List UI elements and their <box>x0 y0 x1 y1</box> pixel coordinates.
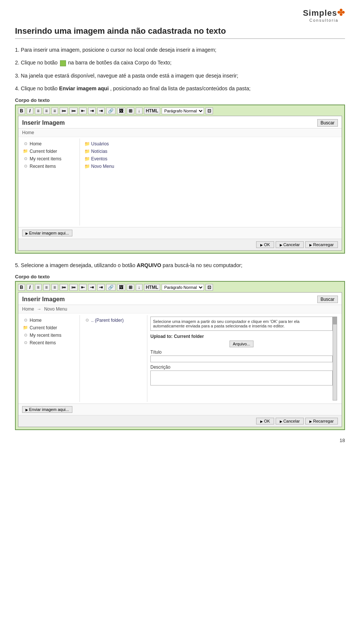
link-2[interactable]: 🔗 <box>106 284 116 291</box>
nav-current-2[interactable]: 📁 Current folder <box>20 324 80 332</box>
outdent-2[interactable]: ⇤ <box>79 284 87 291</box>
indent2-1[interactable]: ⇥ <box>97 108 105 114</box>
bold-btn-2[interactable]: B <box>18 284 25 291</box>
img-2[interactable]: 🖼 <box>117 284 125 291</box>
folder-icon-1: 📁 <box>23 149 28 154</box>
indent-2[interactable]: ⇥ <box>88 284 96 291</box>
html-label-1: HTML <box>144 108 160 114</box>
list-ul-2[interactable]: ≔ <box>69 284 78 291</box>
indent2-2[interactable]: ⇥ <box>97 284 105 291</box>
send-btn-2[interactable]: Enviar imagem aqui... <box>22 406 72 413</box>
nav-recent-1[interactable]: ⊙ My recent items <box>20 155 80 163</box>
folder-icon-2: 📁 <box>23 325 28 330</box>
folder-icon-eventos: 📁 <box>84 156 90 161</box>
expand-1[interactable]: ⊡ <box>206 108 213 114</box>
dialog-breadcrumb-1: Home <box>18 129 342 137</box>
titulo-input[interactable] <box>150 356 333 362</box>
nav-recent-items-2[interactable]: ⊙ Recent items <box>20 339 80 347</box>
html-label-2: HTML <box>144 284 160 291</box>
nav-recent-2[interactable]: ⊙ My recent items <box>20 332 80 339</box>
folder-icon-usuarios: 📁 <box>84 141 90 146</box>
dialog-actions-2: OK Cancelar Recarregar <box>18 415 342 427</box>
descricao-input[interactable] <box>150 371 333 386</box>
corpo-label-1: Corpo do texto <box>15 97 345 103</box>
align-left-1[interactable]: ≡ <box>35 108 42 114</box>
list-ul-1[interactable]: ≔ <box>69 108 78 114</box>
logo: Simples✤ Consultoria <box>303 7 345 22</box>
list-ol-1[interactable]: ≔ <box>60 108 68 114</box>
logo-sub: Consultoria <box>303 18 345 22</box>
image-button-placeholder <box>60 60 66 66</box>
recarregar-btn-1[interactable]: Recarregar <box>305 241 338 248</box>
list-ol-2[interactable]: ≔ <box>60 284 68 291</box>
align-right-2[interactable]: ≡ <box>51 284 58 291</box>
folder-noticias[interactable]: 📁 Notícias <box>83 148 337 155</box>
buscar-btn-2[interactable]: Buscar <box>317 296 338 303</box>
align-right-1[interactable]: ≡ <box>51 108 58 114</box>
left-panel-1: ⊙ Home 📁 Current folder ⊙ My recent item… <box>20 139 80 226</box>
style-select-1[interactable]: Parágrafo Normal <box>162 108 204 114</box>
table-2[interactable]: ⊞ <box>127 284 134 291</box>
folder-usuarios[interactable]: 📁 Usuários <box>83 140 337 148</box>
toolbar-2: B I ≡ ≡ ≡ ≔ ≔ ⇤ ⇥ ⇥ 🔗 🖼 ⊞ ↓ HTML Parágra… <box>18 284 342 291</box>
align-center-1[interactable]: ≡ <box>43 108 50 114</box>
parent-icon: ⊙ <box>84 318 90 323</box>
img-1[interactable]: 🖼 <box>117 108 125 114</box>
folder-novomenu[interactable]: 📁 Novo Menu <box>83 163 337 170</box>
toolbar-1: B I ≡ ≡ ≡ ≔ ≔ ⇤ ⇥ ⇥ 🔗 🖼 ⊞ ↓ HTML Parágra… <box>18 108 342 114</box>
info-text: Selecione uma imagem a partir do seu com… <box>150 317 333 331</box>
nav-home-2[interactable]: ⊙ Home <box>20 317 80 324</box>
nav-recent-items-1[interactable]: ⊙ Recent items <box>20 163 80 170</box>
step-5: 5. Selecione a imagem desejada, utilizan… <box>15 261 345 269</box>
logo-area: Simples✤ Consultoria <box>15 7 345 22</box>
align-center-2[interactable]: ≡ <box>43 284 50 291</box>
nav-current-1[interactable]: 📁 Current folder <box>20 148 80 155</box>
italic-btn-2[interactable]: I <box>27 284 33 291</box>
folder-icon-noticias: 📁 <box>84 149 90 154</box>
titulo-label: Título <box>150 350 333 355</box>
upload-label: Upload to: Current folder <box>150 334 333 339</box>
dialog-header-2: Inserir Imagem Buscar <box>18 293 342 305</box>
step-1: 1. Para inserir uma imagem, posicione o … <box>15 46 345 54</box>
page-title: Inserindo uma imagem ainda não cadastrad… <box>15 26 345 39</box>
right-panel-1: 📁 Usuários 📁 Notícias 📁 Eventos 📁 Novo M… <box>80 139 340 226</box>
step-3: 3. Na janela que estará disponível, nave… <box>15 72 345 80</box>
send-btn-1[interactable]: Enviar imagem aqui... <box>22 230 72 236</box>
italic-btn-1[interactable]: I <box>27 108 33 114</box>
down-1[interactable]: ↓ <box>136 108 142 114</box>
dialog-title-2: Inserir Imagem <box>22 296 65 303</box>
corpo-box-2: B I ≡ ≡ ≡ ≔ ≔ ⇤ ⇥ ⇥ 🔗 🖼 ⊞ ↓ HTML Parágra… <box>15 281 345 430</box>
buscar-btn-1[interactable]: Buscar <box>317 119 338 127</box>
bold-btn-1[interactable]: B <box>18 108 25 114</box>
step-2: 2. Clique no botão na barra de botões da… <box>15 58 345 67</box>
nav-home-1[interactable]: ⊙ Home <box>20 140 80 148</box>
scroll-thumb <box>333 317 337 324</box>
down-2[interactable]: ↓ <box>136 284 142 291</box>
insert-dialog-2: Inserir Imagem Buscar Home → Novo Menu ⊙… <box>18 292 342 427</box>
expand-2[interactable]: ⊡ <box>206 284 213 291</box>
corpo-box-1: B I ≡ ≡ ≡ ≔ ≔ ⇤ ⇥ ⇥ 🔗 🖼 ⊞ ↓ HTML Parágra… <box>15 105 345 254</box>
ok-btn-1[interactable]: OK <box>256 241 274 248</box>
home-icon-1: ⊙ <box>23 141 28 146</box>
step-4: 4. Clique no botão Enviar imagem aqui , … <box>15 84 345 93</box>
parent-folder[interactable]: ⊙ .. (Parent folder) <box>83 317 144 324</box>
folder-eventos[interactable]: 📁 Eventos <box>83 155 337 163</box>
link-1[interactable]: 🔗 <box>106 108 116 114</box>
descricao-label: Descrição <box>150 365 333 370</box>
style-select-2[interactable]: Parágrafo Normal <box>162 284 204 291</box>
indent-1[interactable]: ⇥ <box>88 108 96 114</box>
align-left-2[interactable]: ≡ <box>35 284 42 291</box>
insert-dialog-1: Inserir Imagem Buscar Home ⊙ Home 📁 Curr… <box>18 116 342 251</box>
table-1[interactable]: ⊞ <box>127 108 134 114</box>
recarregar-btn-2[interactable]: Recarregar <box>305 418 338 424</box>
dialog-footer-send-2: Enviar imagem aqui... <box>18 403 342 415</box>
arquivo-btn[interactable]: Arquivo... <box>230 341 254 347</box>
ok-btn-2[interactable]: OK <box>256 418 274 424</box>
recent-items-icon-2: ⊙ <box>23 340 28 345</box>
dialog-body-1: ⊙ Home 📁 Current folder ⊙ My recent item… <box>18 137 342 227</box>
dialog-breadcrumb-2: Home → Novo Menu <box>18 305 342 314</box>
cancelar-btn-1[interactable]: Cancelar <box>276 241 304 248</box>
cancelar-btn-2[interactable]: Cancelar <box>276 418 304 424</box>
outdent-1[interactable]: ⇤ <box>79 108 87 114</box>
scroll-bar[interactable] <box>333 317 337 400</box>
